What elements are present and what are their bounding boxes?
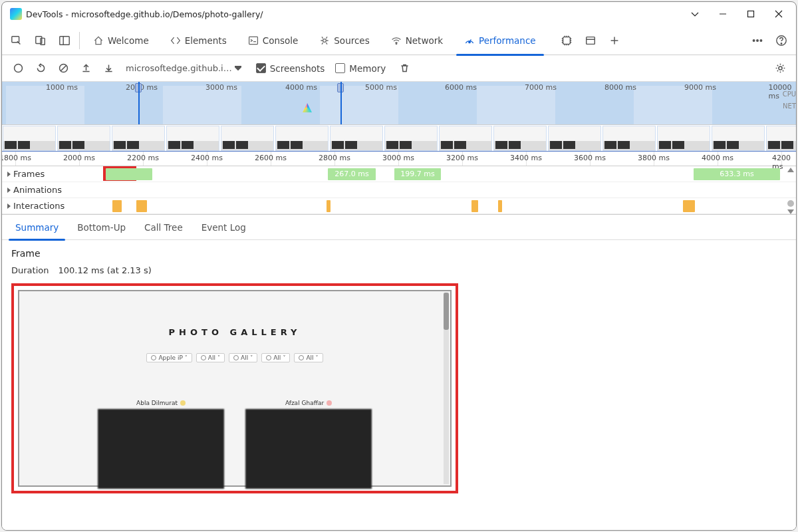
ruler-tick: 1800 ms [1, 154, 31, 162]
interaction-bar[interactable] [327, 200, 331, 212]
timeline-overview[interactable]: 1000 ms2000 ms3000 ms4000 ms5000 ms6000 … [2, 82, 796, 125]
filmstrip-thumb[interactable] [493, 126, 547, 151]
window-expand-icon[interactable] [682, 4, 708, 24]
filmstrip-thumb[interactable] [602, 126, 656, 151]
device-toolbar-icon[interactable] [29, 29, 53, 53]
interaction-bar[interactable] [136, 200, 147, 212]
details-pane: Frame Duration 100.12 ms (at 2.13 s) PHO… [2, 240, 796, 530]
filmstrip-thumb[interactable] [275, 126, 329, 151]
ruler-tick: 4000 ms [702, 154, 733, 162]
track-animations[interactable]: Animations [2, 182, 796, 198]
svg-point-12 [757, 39, 759, 41]
ruler-tick: 3400 ms [510, 154, 542, 162]
scroll-down-icon[interactable] [787, 209, 794, 214]
screenshots-checkbox[interactable]: Screenshots [256, 63, 325, 74]
panel-tabs: Welcome Elements Console Sources Network… [2, 26, 796, 55]
tab-sources[interactable]: Sources [309, 26, 380, 55]
checkbox-label: Memory [349, 63, 386, 74]
preview-filter: All˅ [261, 353, 290, 362]
clear-button[interactable] [54, 59, 72, 78]
capture-settings-icon[interactable] [771, 59, 789, 78]
frame-preview: PHOTO GALLERY Apple iP˅All˅All˅All˅All˅ … [19, 291, 450, 485]
subtab-summary[interactable]: Summary [6, 215, 68, 240]
filmstrip[interactable]: /*generated below*/ [2, 125, 796, 152]
filmstrip-thumb[interactable] [330, 126, 383, 151]
help-icon[interactable] [769, 29, 793, 53]
frame-bar[interactable]: 267.0 ms [328, 168, 376, 180]
save-profile-icon[interactable] [99, 59, 118, 78]
overview-side-labels: CPU NET [769, 88, 796, 112]
filmstrip-thumb[interactable] [439, 126, 492, 151]
filmstrip-thumb[interactable] [166, 126, 219, 151]
memory-panel-icon[interactable] [555, 29, 579, 53]
filmstrip-thumb[interactable] [221, 126, 274, 151]
interaction-bar[interactable] [498, 200, 502, 212]
time-ruler[interactable]: 1800 ms2000 ms2200 ms2400 ms2600 ms2800 … [2, 152, 796, 166]
frame-bar[interactable]: 199.7 ms [394, 168, 441, 180]
delete-profile-icon[interactable] [395, 59, 414, 78]
target-dropdown[interactable]: microsoftedge.github.i… [122, 62, 245, 74]
preview-scrollbar [444, 293, 449, 484]
overview-cursor [138, 82, 140, 124]
target-label: microsoftedge.github.i… [126, 63, 232, 73]
frame-bar[interactable] [106, 168, 152, 180]
filmstrip-thumb[interactable] [712, 126, 765, 151]
overview-tick: 9000 ms [684, 83, 716, 92]
expand-icon[interactable] [7, 188, 11, 193]
track-label-text: Frames [13, 169, 45, 179]
scroll-up-icon[interactable] [787, 168, 794, 172]
window-title: DevTools - microsoftedge.github.io/Demos… [26, 9, 682, 19]
inspect-element-icon[interactable] [5, 29, 29, 53]
interaction-bar[interactable] [471, 200, 478, 212]
window-close-icon[interactable] [765, 4, 792, 24]
more-tabs-icon[interactable] [602, 29, 626, 53]
filmstrip-thumb[interactable] [384, 126, 438, 151]
window-maximize-icon[interactable] [737, 4, 764, 24]
load-profile-icon[interactable] [76, 59, 95, 78]
filmstrip-thumb[interactable] [657, 126, 710, 151]
track-frames[interactable]: Frames 267.0 ms199.7 ms633.3 ms [2, 166, 796, 182]
overview-tick: 1000 ms [46, 83, 78, 92]
separator [79, 32, 80, 49]
filmstrip-thumb[interactable] [548, 126, 601, 151]
devtools-window: DevTools - microsoftedge.github.io/Demos… [1, 1, 797, 531]
preview-filter: All˅ [294, 353, 323, 362]
preview-filter: All˅ [196, 353, 225, 362]
overview-tick: 3000 ms [205, 83, 237, 92]
interaction-bar[interactable] [112, 200, 122, 212]
dock-side-icon[interactable] [53, 29, 76, 53]
tab-elements[interactable]: Elements [160, 26, 237, 55]
checkbox-icon [256, 63, 266, 73]
record-button[interactable] [9, 59, 27, 78]
subtab-label: Call Tree [144, 222, 183, 233]
memory-checkbox[interactable]: Memory [335, 63, 386, 74]
tab-network[interactable]: Network [380, 26, 454, 55]
tab-console[interactable]: Console [237, 26, 309, 55]
tab-label: Sources [334, 35, 369, 46]
more-options-icon[interactable] [745, 29, 769, 53]
tab-welcome[interactable]: Welcome [82, 26, 160, 55]
overview-tick: 8000 ms [604, 83, 636, 92]
details-subtabs: Summary Bottom-Up Call Tree Event Log [2, 215, 796, 240]
ruler-tick: 3200 ms [446, 154, 478, 162]
filmstrip-thumb[interactable] [3, 126, 56, 151]
scroll-thumb[interactable] [787, 200, 794, 207]
reload-record-button[interactable] [31, 59, 50, 78]
filmstrip-thumb[interactable] [57, 126, 110, 151]
filmstrip-thumb[interactable] [112, 126, 165, 151]
filmstrip-thumb[interactable] [766, 126, 797, 151]
expand-icon[interactable] [7, 203, 11, 209]
subtab-label: Summary [15, 222, 59, 233]
track-interactions[interactable]: Interactions [2, 198, 796, 214]
subtab-bottom-up[interactable]: Bottom-Up [68, 215, 135, 240]
subtab-call-tree[interactable]: Call Tree [135, 215, 192, 240]
tracks-scrollbar[interactable] [785, 166, 796, 215]
window-minimize-icon[interactable] [710, 4, 736, 24]
tab-label: Console [263, 35, 299, 46]
application-panel-icon[interactable] [579, 29, 602, 53]
subtab-event-log[interactable]: Event Log [192, 215, 255, 240]
interaction-bar[interactable] [683, 200, 695, 212]
tab-performance[interactable]: Performance [454, 26, 547, 55]
expand-icon[interactable] [7, 172, 11, 177]
frame-bar[interactable]: 633.3 ms [694, 168, 780, 180]
